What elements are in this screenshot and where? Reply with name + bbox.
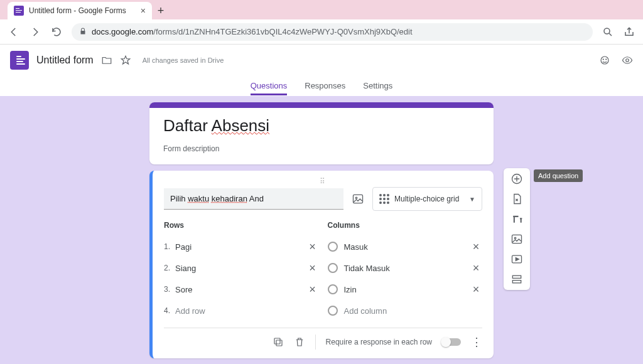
theme-icon[interactable] xyxy=(599,55,610,66)
tab-title: Untitled form - Google Forms xyxy=(29,6,136,15)
rows-header: Rows xyxy=(164,221,319,230)
tab-questions[interactable]: Questions xyxy=(251,81,288,95)
svg-rect-2 xyxy=(16,12,21,13)
svg-rect-1 xyxy=(16,10,22,11)
radio-icon xyxy=(328,284,338,294)
svg-point-14 xyxy=(514,237,516,239)
tab-responses[interactable]: Responses xyxy=(305,81,345,95)
tooltip-add-question: Add question xyxy=(534,169,583,182)
form-header-card[interactable]: Daftar Absensi Form description xyxy=(149,102,494,164)
radio-icon xyxy=(328,242,338,252)
question-footer: Require a response in each row ⋮ xyxy=(164,328,482,352)
svg-point-3 xyxy=(604,28,610,34)
form-description[interactable]: Form description xyxy=(163,144,480,153)
svg-point-6 xyxy=(605,58,607,60)
add-image-icon[interactable] xyxy=(351,192,365,206)
add-title-button[interactable] xyxy=(510,212,524,226)
zoom-icon[interactable] xyxy=(602,26,614,38)
svg-point-5 xyxy=(603,58,604,60)
form-title[interactable]: Daftar Absensi xyxy=(163,116,480,136)
columns-header: Columns xyxy=(328,221,483,230)
remove-row-icon[interactable]: × xyxy=(306,262,319,275)
rows-column: Rows 1.Pagi× 2.Siang× 3.Sore× 4.Add row xyxy=(164,221,319,321)
svg-point-9 xyxy=(355,197,357,199)
tab-settings[interactable]: Settings xyxy=(363,81,392,95)
svg-rect-17 xyxy=(512,281,521,283)
drag-handle-icon[interactable]: ⠿ xyxy=(164,177,482,183)
add-video-button[interactable] xyxy=(510,252,524,266)
forward-button[interactable] xyxy=(29,26,41,38)
svg-rect-11 xyxy=(274,338,280,344)
browser-tab[interactable]: Untitled form - Google Forms × xyxy=(8,2,152,19)
svg-point-7 xyxy=(626,59,629,62)
question-type-label: Multiple-choice grid xyxy=(394,195,459,203)
svg-rect-8 xyxy=(354,195,363,203)
folder-icon[interactable] xyxy=(101,55,112,66)
require-label: Require a response in each row xyxy=(326,338,432,346)
preview-icon[interactable] xyxy=(622,55,633,66)
lock-icon xyxy=(79,26,87,38)
forms-logo-icon[interactable] xyxy=(10,51,29,70)
row-option[interactable]: 2.Siang× xyxy=(164,257,319,279)
form-tabs: Questions Responses Settings xyxy=(0,76,643,96)
svg-rect-13 xyxy=(512,235,522,243)
row-option[interactable]: 1.Pagi× xyxy=(164,236,319,257)
add-question-button[interactable] xyxy=(510,172,524,186)
app-header: Untitled form All changes saved in Drive xyxy=(0,45,643,76)
delete-icon[interactable] xyxy=(294,336,305,348)
star-icon[interactable] xyxy=(120,55,131,66)
require-toggle[interactable] xyxy=(442,338,461,346)
form-canvas: Daftar Absensi Form description ⠿ Pilih … xyxy=(0,96,643,364)
save-status: All changes saved in Drive xyxy=(143,56,224,64)
more-options-icon[interactable]: ⋮ xyxy=(471,335,482,349)
url-text: docs.google.com/forms/d/1nZNHn4TGEzki361… xyxy=(92,27,413,36)
back-button[interactable] xyxy=(8,26,20,38)
question-card[interactable]: ⠿ Pilih waktu kehadiran And Multiple-cho… xyxy=(149,171,494,358)
remove-col-icon[interactable]: × xyxy=(470,262,482,275)
svg-rect-16 xyxy=(512,276,521,278)
question-type-select[interactable]: Multiple-choice grid ▼ xyxy=(372,187,482,211)
doc-title[interactable]: Untitled form xyxy=(36,55,94,66)
svg-rect-0 xyxy=(16,8,19,9)
radio-icon xyxy=(328,306,338,316)
remove-col-icon[interactable]: × xyxy=(470,240,482,254)
import-questions-button[interactable] xyxy=(510,192,524,206)
chevron-down-icon: ▼ xyxy=(469,196,475,203)
question-title-input[interactable]: Pilih waktu kehadiran And xyxy=(164,188,343,210)
column-option[interactable]: Izin× xyxy=(328,279,483,300)
column-option[interactable]: Tidak Masuk× xyxy=(328,257,483,279)
address-bar: docs.google.com/forms/d/1nZNHn4TGEzki361… xyxy=(0,19,643,45)
remove-row-icon[interactable]: × xyxy=(306,240,319,254)
duplicate-icon[interactable] xyxy=(273,336,284,348)
url-box[interactable]: docs.google.com/forms/d/1nZNHn4TGEzki361… xyxy=(72,23,593,41)
row-option[interactable]: 3.Sore× xyxy=(164,279,319,300)
close-tab-icon[interactable]: × xyxy=(141,6,146,16)
column-option[interactable]: Masuk× xyxy=(328,236,483,257)
divider xyxy=(315,335,316,350)
grid-icon xyxy=(379,194,389,204)
add-row[interactable]: 4.Add row xyxy=(164,300,319,321)
radio-icon xyxy=(328,263,338,273)
side-toolbar xyxy=(504,168,530,290)
new-tab-button[interactable]: + xyxy=(152,2,170,19)
add-column[interactable]: Add column xyxy=(328,300,483,321)
columns-column: Columns Masuk× Tidak Masuk× Izin× Add co… xyxy=(328,221,483,321)
browser-tab-strip: Untitled form - Google Forms × + xyxy=(0,0,643,19)
share-icon[interactable] xyxy=(623,26,635,38)
forms-favicon-icon xyxy=(14,6,24,16)
add-section-button[interactable] xyxy=(510,272,524,286)
svg-point-4 xyxy=(601,56,608,64)
reload-button[interactable] xyxy=(50,26,63,38)
svg-rect-10 xyxy=(276,340,282,346)
add-image-button[interactable] xyxy=(510,232,524,246)
remove-col-icon[interactable]: × xyxy=(470,283,482,296)
remove-row-icon[interactable]: × xyxy=(306,283,319,296)
